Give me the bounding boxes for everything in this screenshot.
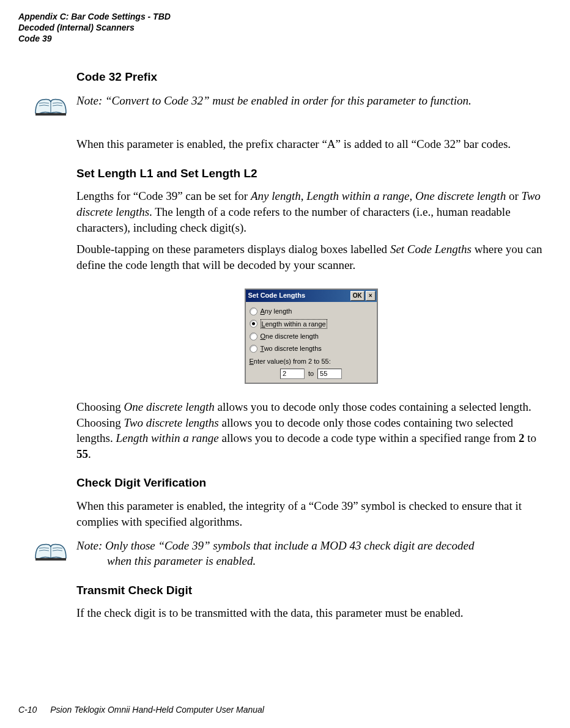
dialog-ok-button[interactable]: OK [350, 291, 365, 301]
radio-one-discrete[interactable]: One discrete length [250, 332, 373, 341]
note-2-body-line1: Only those “Code 39” symbols that includ… [105, 539, 475, 552]
heading-set-length: Set Length L1 and Set Length L2 [76, 166, 546, 182]
dialog-titlebar: Set Code Lengths OK × [246, 290, 377, 302]
note-2-body-line2: when this parameter is enabled. [76, 554, 546, 569]
footer-title: Psion Teklogix Omnii Hand-Held Computer … [50, 705, 264, 715]
radio-icon [250, 333, 257, 340]
note-1-body: “Convert to Code 32” must be enabled in … [105, 94, 472, 107]
range-label: Enter value(s) from 2 to 55: [250, 357, 373, 366]
radio-icon [250, 307, 257, 315]
svg-rect-1 [35, 558, 66, 561]
dialog-close-button[interactable]: × [366, 291, 376, 301]
header-line-2: Decoded (Internal) Scanners [18, 22, 552, 33]
footer-page-number: C-10 [18, 705, 37, 715]
note-2-text: Note: Only those “Code 39” symbols that … [76, 539, 546, 568]
heading-code-32-prefix: Code 32 Prefix [76, 69, 546, 85]
set-length-p1: Lengths for “Code 39” can be set for Any… [76, 188, 546, 235]
range-to-label: to [308, 369, 314, 378]
range-inputs: to [250, 369, 373, 379]
header-line-1: Appendix C: Bar Code Settings - TBD [18, 11, 552, 22]
heading-check-digit: Check Digit Verification [76, 475, 546, 491]
radio-any-length[interactable]: Any length [250, 307, 373, 316]
radio-icon [250, 345, 257, 353]
note-2-label: Note: [76, 539, 102, 552]
note-1-label: Note: [76, 94, 102, 107]
book-icon [34, 540, 68, 563]
heading-transmit-check: Transmit Check Digit [76, 583, 546, 598]
set-code-lengths-dialog: Set Code Lengths OK × Any length Length … [245, 289, 378, 384]
radio-length-within-range[interactable]: Length within a range [250, 319, 373, 329]
page-footer: C-10 Psion Teklogix Omnii Hand-Held Comp… [18, 704, 264, 716]
radio-icon [250, 320, 257, 328]
main-content: Code 32 Prefix Note: “Convert to Code 32… [18, 69, 552, 621]
radio-two-discrete[interactable]: Two discrete lengths [250, 344, 373, 353]
header-line-3: Code 39 [18, 33, 552, 44]
transmit-body: If the check digit is to be transmitted … [76, 605, 546, 621]
set-length-p2: Double-tapping on these parameters displ… [76, 241, 546, 273]
check-digit-body: When this parameter is enabled, the inte… [76, 498, 546, 529]
range-from-input[interactable] [280, 369, 305, 379]
range-to-input[interactable] [317, 369, 342, 379]
note-block-1: Note: “Convert to Code 32” must be enabl… [76, 94, 546, 118]
code-32-prefix-body: When this parameter is enabled, the pref… [76, 136, 546, 152]
dialog-title: Set Code Lengths [248, 291, 349, 300]
set-length-p3: Choosing One discrete length allows you … [76, 399, 546, 462]
dialog-body: Any length Length within a range One dis… [246, 302, 377, 383]
note-1-text: Note: “Convert to Code 32” must be enabl… [76, 94, 546, 109]
svg-rect-0 [35, 113, 66, 116]
page-header: Appendix C: Bar Code Settings - TBD Deco… [18, 11, 552, 45]
book-icon [34, 95, 68, 118]
dialog-figure: Set Code Lengths OK × Any length Length … [76, 289, 546, 384]
note-block-2: Note: Only those “Code 39” symbols that … [76, 539, 546, 568]
